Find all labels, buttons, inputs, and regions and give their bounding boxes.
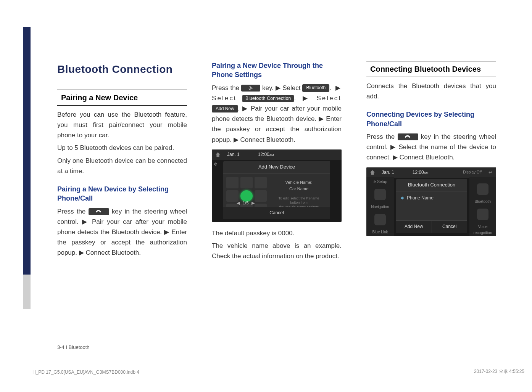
side-tab-blue [23,27,31,275]
bluelink-icon [374,214,386,225]
device-panel: Add New Device Vehicle Name: Car Name [223,161,330,219]
device-time: 12:00 [258,152,269,157]
voice-label: Voice recognition [469,224,496,236]
cancel-button[interactable]: Cancel [223,207,330,219]
text-frag: . ▶ Select [294,95,342,102]
sub-connecting-phonecall: Connecting Devices by Selecting Phone/Ca… [366,110,496,129]
panel-title: Bluetooth Connection [396,179,467,192]
vehicle-name-value: Car Name [271,186,327,193]
page-footer: 3-4 I Bluetooth [57,344,90,350]
svg-line-8 [252,87,253,87]
device-time: 12:00 [413,170,424,175]
section-pairing: Pairing a New Device [57,90,187,106]
add-new-button[interactable]: Add New [396,220,432,233]
pairing-intro-3: Only one Bluetooth device can be connect… [57,156,187,176]
device-screenshot-add-new: Jan. 1 12:00AM ✲ Add New Device [212,149,342,222]
device-date: Jan. 1 [382,169,394,176]
pairing-settings-text: Press the key. ▶ Select Bluetooth. ▶ Sel… [212,83,342,145]
column-3: Connecting Bluetooth Devices Connects th… [366,61,496,263]
device-ampm: AM [269,153,274,157]
panel-title: Add New Device [223,161,330,174]
bluetooth-label: Bluetooth [475,199,491,205]
default-passkey-note: The default passkey is 0000. [212,228,342,238]
phone-row[interactable]: Phone Name [396,191,467,205]
call-key-icon [398,133,418,140]
device-right-sidebar: Bluetooth Voice recognition [469,177,496,236]
hint-line: To edit, select the Rename [271,196,327,201]
device-ampm: AM [424,171,429,175]
text-frag: Press the [366,133,398,140]
page-title: Bluetooth Connection [57,61,187,78]
pager-text: 1/5 [243,200,248,207]
home-icon [370,170,375,175]
svg-point-0 [250,87,251,89]
bluetooth-icon [477,183,488,195]
connecting-phonecall-text: Press the key in the steering wheel cont… [366,132,496,163]
pairing-phonecall-text: Press the key in the steering wheel cont… [57,206,187,258]
pager: ◀ 1/5 ▶ [237,200,255,207]
vehicle-name-label: Vehicle Name: [271,179,327,186]
svg-line-7 [249,89,250,90]
device-topbar: Jan. 1 12:00AM Display Off ↩ [366,167,496,178]
bluetooth-connection-chip: Bluetooth Connection [242,95,294,103]
display-off-label: Display Off [463,169,482,175]
home-icon [216,152,220,157]
pairing-intro-2: Up to 5 Bluetooth devices can be paired. [57,143,187,153]
nav-label: Navigation [371,204,389,210]
vehicle-name-note: The vehicle name above is an example. Ch… [212,241,342,261]
device-date: Jan. 1 [227,151,240,158]
bluetooth-chip: Bluetooth [302,84,329,92]
setup-label: Setup [377,180,387,184]
text-frag: Press the [57,208,89,215]
section-connecting: Connecting Bluetooth Devices [366,61,496,77]
device-panel: Bluetooth Connection Phone Name Add New … [396,179,467,233]
device-left-sidebar: ✲ Setup Navigation Blue Link [366,177,394,236]
text-frag: key. ▶ Select [262,84,302,92]
side-tab-grey [23,275,31,309]
navigation-icon [374,189,386,200]
text-frag: Press the [212,84,241,92]
print-meta-right: 2017-02-23 오후 4:55:25 [474,368,524,375]
pairing-intro-1: Before you can use the Bluetooth feature… [57,109,187,141]
gear-key-icon [241,85,260,92]
svg-line-5 [249,87,250,87]
voice-icon [477,209,488,220]
phone-name: Phone Name [407,194,434,202]
chevron-right-icon: ▶ [251,200,255,207]
call-key-icon [89,208,109,215]
gear-icon: ✲ [213,161,217,168]
hint-line: button from [271,201,327,205]
device-topbar: Jan. 1 12:00AM [212,149,342,160]
chevron-left-icon: ◀ [237,200,240,207]
cancel-button[interactable]: Cancel [432,220,468,233]
column-2: Pairing a New Device Through the Phone S… [212,61,342,263]
svg-line-6 [252,89,253,90]
device-screenshot-bt-connection: Jan. 1 12:00AM Display Off ↩ ✲ Setup Nav… [366,167,496,236]
print-meta-left: H_PD 17_G5.0[USA_EU]AVN_G3MS7BD000.indb … [32,370,139,375]
sub-pairing-phonecall: Pairing a New Device by Selecting Phone/… [57,185,187,203]
column-1: Bluetooth Connection Pairing a New Devic… [57,61,187,263]
sub-pairing-settings: Pairing a New Device Through the Phone S… [212,61,342,80]
add-new-chip: Add New [212,105,238,113]
back-icon: ↩ [488,169,492,176]
connecting-intro: Connects the Bluetooth devices that you … [366,81,496,101]
bluelink-label: Blue Link [372,229,388,235]
